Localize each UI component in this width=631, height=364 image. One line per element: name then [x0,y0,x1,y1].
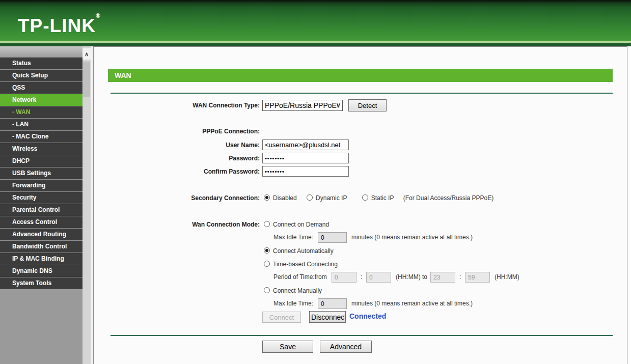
sidebar-item-ip-mac-binding[interactable]: IP & MAC Binding [0,253,83,265]
sidebar-item-wireless[interactable]: Wireless [0,143,83,155]
connection-status-badge: Connected [349,312,386,320]
scroll-up-icon[interactable]: ∧ [83,48,91,60]
connect-manually-label: Connect Manually [273,287,322,294]
sidebar-item-parental-control[interactable]: Parental Control [0,204,83,216]
max-idle-time-2-label: Max Idle Time: [273,298,313,309]
connect-automatically-label: Connect Automatically [273,247,334,255]
max-idle-time-1-note: minutes (0 means remain active at all ti… [351,232,473,243]
period-colon-1: : [361,272,362,283]
user-name-input[interactable] [262,139,349,150]
disconnect-button[interactable]: Disconnect [309,311,346,323]
bottom-divider [111,335,613,336]
sidebar-item-dynamic-dns[interactable]: Dynamic DNS [0,265,83,277]
pppoe-connection-label: PPPoE Connection: [94,126,260,137]
logo-text: TP-LINK [18,15,96,36]
radio-disabled[interactable] [264,194,270,201]
chevron-down-icon: ∨ [336,100,341,110]
connect-button: Connect [262,312,301,323]
radio-disabled-label: Disabled [273,194,297,202]
password-input[interactable] [262,153,349,163]
registered-mark: ® [96,12,100,19]
mode-connect-manually-row: Connect Manually [264,285,322,295]
max-idle-time-2-input [318,298,347,309]
tplink-logo: TP-LINK® [18,12,100,37]
radio-connect-on-demand[interactable] [264,221,270,227]
detect-button[interactable]: Detect [348,99,387,111]
radio-time-based[interactable] [264,261,270,267]
main-content: WAN WAN Connection Type: PPPoE/Russia PP… [93,46,627,364]
save-button[interactable]: Save [262,341,313,353]
radio-connect-manually[interactable] [264,287,270,293]
advanced-button[interactable]: Advanced [320,341,372,353]
radio-connect-automatically[interactable] [264,247,270,254]
sidebar-item-forwarding[interactable]: Forwarding [0,179,83,191]
sidebar-item-access-control[interactable]: Access Control [0,216,83,228]
confirm-password-label: Confirm Password: [94,166,260,177]
mode-time-based-row: Time-based Connecting [264,259,338,269]
confirm-password-input[interactable] [262,166,349,177]
wan-connection-type-select[interactable]: PPPoE/Russia PPPoE ∨ [262,100,343,111]
sidebar-item-qss[interactable]: QSS [0,81,83,94]
sidebar-scrollbar[interactable]: ∧ [83,46,91,364]
connect-on-demand-label: Connect on Demand [273,221,329,228]
sidebar-top-gradient [0,46,83,57]
sidebar-item-system-tools[interactable]: System Tools [0,277,83,289]
header: TP-LINK® [0,0,631,46]
radio-dynamic-ip[interactable] [307,194,313,201]
time-based-label: Time-based Connecting [273,261,338,268]
sidebar-item-status[interactable]: Status [0,57,83,69]
user-name-label: User Name: [94,139,260,151]
sidebar-item-bandwidth-control[interactable]: Bandwidth Control [0,240,83,253]
radio-static-ip-label: Static IP [371,194,394,202]
radio-dynamic-ip-label: Dynamic IP [316,194,347,202]
sidebar-item-quick-setup[interactable]: Quick Setup [0,69,83,81]
max-idle-time-1-input [318,232,347,243]
period-to-hh-input [430,272,455,283]
page-title: WAN [108,69,613,82]
sidebar-item-usb-settings[interactable]: USB Settings [0,167,83,179]
secondary-connection-note: (For Dual Access/Russia PPPoE) [403,194,493,202]
wan-connection-mode-label: Wan Connection Mode: [94,219,260,230]
wan-connection-type-value: PPPoE/Russia PPPoE [265,101,337,109]
radio-static-ip[interactable] [362,194,368,201]
scrollbar-thumb[interactable] [83,62,90,97]
secondary-connection-options: Disabled Dynamic IP Static IP (For Dual … [264,192,493,203]
sidebar-item-network[interactable]: Network [0,94,83,106]
router-admin-window: TP-LINK® Status Quick Setup QSS Network … [0,0,631,364]
max-idle-time-1-label: Max Idle Time: [273,232,313,243]
period-end-label: (HH:MM) [495,272,519,283]
sidebar-item-mac-clone[interactable]: - MAC Clone [0,130,83,143]
wan-connection-type-label: WAN Connection Type: [94,100,260,111]
period-from-mm-input [366,272,391,283]
period-to-mm-input [465,272,490,283]
mode-connect-on-demand-row: Connect on Demand [264,219,329,229]
sidebar-item-security[interactable]: Security [0,191,83,204]
secondary-connection-label: Secondary Connection: [94,192,260,204]
top-divider [111,93,613,94]
period-from-hh-input [332,272,356,283]
sidebar-item-dhcp[interactable]: DHCP [0,155,83,167]
period-of-time-label: Period of Time:from [273,272,327,283]
max-idle-time-2-note: minutes (0 means remain active at all ti… [351,298,473,309]
sidebar-item-advanced-routing[interactable]: Advanced Routing [0,228,83,240]
period-mid-label: (HH:MM) to [396,272,427,283]
password-label: Password: [94,153,260,164]
sidebar-item-wan[interactable]: - WAN [0,106,83,118]
sidebar-item-lan[interactable]: - LAN [0,118,83,130]
period-colon-2: : [459,272,461,283]
sidebar: Status Quick Setup QSS Network - WAN - L… [0,46,83,364]
mode-connect-automatically-row: Connect Automatically [264,245,334,256]
